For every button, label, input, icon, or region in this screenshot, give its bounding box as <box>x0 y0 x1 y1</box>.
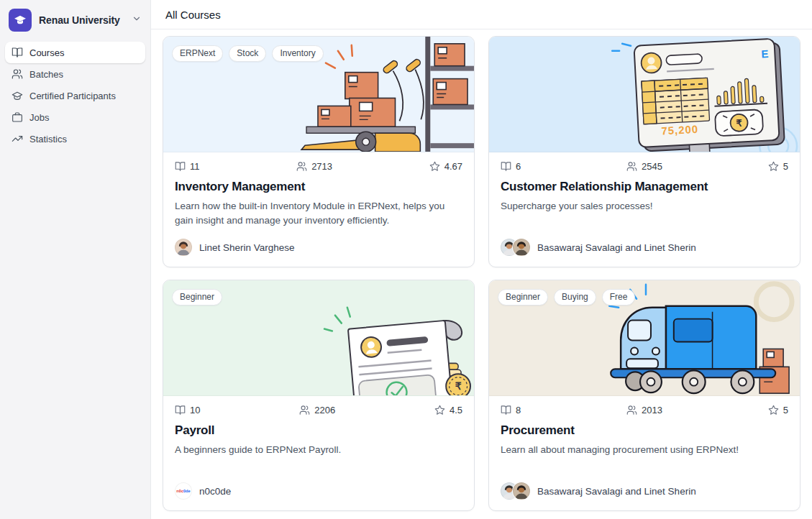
course-tag: ERPNext <box>172 45 223 62</box>
instructor-avatar <box>513 239 530 256</box>
book-icon <box>501 405 511 415</box>
course-description: A beginners guide to ERPNext Payroll. <box>175 443 462 457</box>
course-stats: 11 2713 <box>175 161 462 172</box>
course-image: BeginnerBuyingFree <box>489 280 800 396</box>
sidebar-item-batches[interactable]: Batches <box>5 63 145 85</box>
instructor-names: Linet Sherin Varghese <box>199 242 295 253</box>
course-tag: Inventory <box>272 45 323 62</box>
course-title: Payroll <box>175 423 462 438</box>
rating-value: 4.5 <box>450 405 462 415</box>
briefcase-icon <box>12 111 23 123</box>
lessons-stat: 8 <box>501 405 521 415</box>
sidebar-item-label: Batches <box>29 69 63 80</box>
sidebar-item-certified-participants[interactable]: Certified Participants <box>5 85 145 106</box>
truck <box>611 306 775 393</box>
course-card-body: 8 2013 <box>489 396 800 510</box>
rating-stat: 5 <box>768 405 788 415</box>
workspace-name: Renau University <box>39 14 124 26</box>
page-header: All Courses <box>151 0 812 29</box>
school-logo <box>9 9 32 32</box>
book-icon <box>175 405 186 415</box>
blue-dashes <box>612 44 631 51</box>
ring-decoration <box>756 284 792 320</box>
course-card-body: 10 2206 <box>163 396 474 510</box>
lessons-stat: 10 <box>175 405 200 415</box>
lessons-count: 11 <box>190 161 200 172</box>
workspace-selector[interactable]: Renau University <box>5 6 145 42</box>
course-description: Learn how the built-in Inventory Module … <box>175 199 462 227</box>
instructor-names: Basawaraj Savalagi and Linet Sherin <box>537 486 696 497</box>
users-icon <box>626 405 637 415</box>
instructor-avatar <box>513 482 530 500</box>
course-card-body: 11 2713 <box>163 152 474 267</box>
course-description: Supercharge your sales processes! <box>501 199 788 213</box>
instructors-row: n0c0de n0c0de <box>175 482 462 500</box>
sidebar-item-label: Certified Participants <box>29 91 116 101</box>
sidebar-item-jobs[interactable]: Jobs <box>5 106 145 128</box>
erpnext-logo: E <box>761 47 769 60</box>
lessons-count: 6 <box>516 161 521 172</box>
lessons-stat: 6 <box>501 161 521 172</box>
rating-stat: 5 <box>768 161 788 172</box>
sidebar-item-courses[interactable]: Courses <box>5 42 145 63</box>
course-card[interactable]: E 75,200 <box>488 36 800 267</box>
instructor-avatars <box>501 482 530 500</box>
star-icon <box>429 161 440 172</box>
logo-avatar: n0c0de <box>175 482 192 500</box>
course-card[interactable]: ERPNextStockInventory <box>163 36 475 267</box>
course-title: Procurement <box>501 423 788 438</box>
graduation-cap-icon <box>12 90 23 101</box>
app-window: Renau University Courses Batches Certifi… <box>0 0 812 519</box>
rating-value: 4.67 <box>444 161 462 172</box>
instructors-row: Basawaraj Savalagi and Linet Sherin <box>501 482 788 500</box>
instructor-names: n0c0de <box>199 486 231 497</box>
sparkle-lines <box>326 45 352 68</box>
main-area: All Courses ERPNextStockInventory <box>151 0 812 519</box>
enrollments-stat: 2206 <box>299 405 335 415</box>
chevron-down-icon <box>132 14 142 27</box>
sidebar-item-statistics[interactable]: Statistics <box>5 128 145 150</box>
course-card-body: 6 2545 <box>489 152 800 267</box>
svg-text:n0c0de: n0c0de <box>176 489 190 493</box>
course-tags: ERPNextStockInventory <box>172 45 324 62</box>
course-tag: Buying <box>554 289 596 306</box>
rating-value: 5 <box>783 161 788 172</box>
sidebar-item-label: Courses <box>29 47 64 58</box>
course-card[interactable]: Beginner <box>163 280 475 511</box>
rating-stat: 4.67 <box>429 161 462 172</box>
course-title: Customer Relationship Management <box>501 180 788 194</box>
course-image: ERPNextStockInventory <box>163 37 474 152</box>
sidebar-item-label: Jobs <box>29 112 49 123</box>
person-avatar <box>513 239 530 256</box>
crm-dashboard-illustration: E 75,200 <box>489 37 800 152</box>
sparkle-lines <box>324 308 350 331</box>
course-stats: 8 2013 <box>501 405 788 415</box>
enrollments-count: 2013 <box>642 405 662 415</box>
course-tag: Free <box>602 289 636 306</box>
enrollments-stat: 2713 <box>296 161 332 172</box>
course-image: E 75,200 <box>489 37 800 152</box>
trending-up-icon <box>12 133 23 144</box>
boxes <box>318 44 467 127</box>
enrollments-count: 2206 <box>314 405 335 415</box>
course-stats: 10 2206 <box>175 405 462 415</box>
course-tags: BeginnerBuyingFree <box>498 289 635 306</box>
rupee-coin: ₹ <box>715 109 763 136</box>
enrollments-count: 2713 <box>311 161 332 172</box>
course-tag: Stock <box>229 45 266 62</box>
amount-label: 75,200 <box>661 123 698 137</box>
dashboard-board: E 75,200 <box>634 38 785 152</box>
course-tags: Beginner <box>172 289 222 306</box>
course-description: Learn all about managing procurement usi… <box>501 443 788 457</box>
person-avatar <box>175 239 192 256</box>
enrollments-stat: 2545 <box>626 161 662 172</box>
lessons-count: 8 <box>516 405 521 415</box>
book-icon <box>175 161 186 172</box>
course-card[interactable]: BeginnerBuyingFree <box>488 280 800 511</box>
rating-stat: 4.5 <box>434 405 462 415</box>
users-icon <box>296 161 307 172</box>
instructor-avatars <box>175 239 192 256</box>
instructor-avatar: n0c0de <box>175 482 192 500</box>
instructor-avatar <box>175 239 192 256</box>
star-icon <box>768 161 779 172</box>
